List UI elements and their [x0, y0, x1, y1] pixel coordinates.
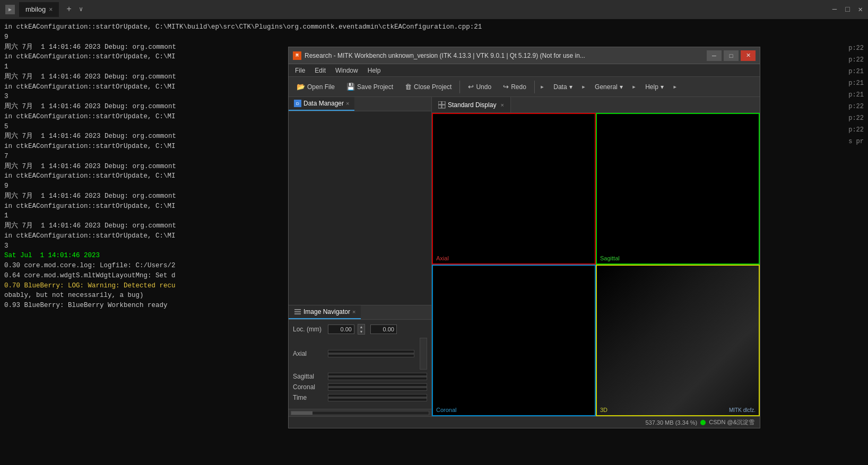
- time-slider[interactable]: [328, 394, 427, 401]
- toolbar-more-2[interactable]: ▸: [579, 82, 588, 91]
- terminal-icon: ▶: [5, 5, 15, 14]
- loc-row: Loc. (mm) ▲ ▼: [293, 324, 427, 335]
- svg-rect-1: [294, 311, 301, 312]
- loc-spin-btn[interactable]: ▲ ▼: [358, 324, 365, 335]
- save-project-btn[interactable]: 💾 Save Project: [342, 80, 398, 94]
- image-navigator-tab-bar: Image Navigator ×: [289, 305, 431, 320]
- axial-slider[interactable]: [328, 350, 414, 357]
- mitk-titlebar: M Research - MITK Workbench unknown_vers…: [289, 47, 760, 64]
- coronal-row: Coronal: [293, 383, 427, 391]
- terminal-tab[interactable]: mbilog ×: [19, 2, 59, 17]
- terminal-minimize-btn[interactable]: ─: [832, 4, 837, 15]
- toolbar-more-3[interactable]: ▸: [630, 82, 638, 91]
- toolbar-separator: [459, 81, 460, 93]
- loc-input-1[interactable]: [328, 324, 354, 334]
- trash-icon: 🗑: [405, 83, 412, 91]
- coronal-view-label: Coronal: [436, 407, 457, 413]
- menu-window[interactable]: Window: [331, 64, 362, 77]
- h-scroll-thumb[interactable]: [291, 411, 313, 415]
- axial-row: Axial: [293, 338, 427, 370]
- right-label: p:22: [844, 42, 868, 54]
- save-icon: 💾: [346, 83, 355, 91]
- axial-view[interactable]: Axial: [432, 113, 596, 265]
- tab-image-navigator[interactable]: Image Navigator ×: [289, 305, 361, 319]
- terminal-dropdown-btn[interactable]: ∨: [79, 5, 83, 14]
- image-navigator-close-btn[interactable]: ×: [352, 309, 355, 315]
- right-label: s pr: [844, 136, 868, 147]
- toolbar-more-1[interactable]: ▸: [538, 82, 546, 91]
- terminal-line: in ctkEAConfiguration::startOrUpdate, C:…: [4, 22, 864, 32]
- mitk-minimize-btn[interactable]: ─: [707, 50, 722, 61]
- undo-btn[interactable]: ↩ Undo: [463, 80, 496, 94]
- h-scroll-track: [291, 411, 429, 415]
- image-navigator-content: Loc. (mm) ▲ ▼ Axial: [289, 320, 431, 409]
- coronal-view[interactable]: Coronal: [432, 265, 596, 416]
- mitk-win-controls: ─ □ ✕: [707, 50, 756, 61]
- terminal-close-btn[interactable]: ✕: [858, 4, 863, 15]
- close-project-btn[interactable]: 🗑 Close Project: [400, 80, 456, 94]
- right-label: p:21: [844, 89, 868, 101]
- mitk-body: D Data Manager × Image Navigator: [289, 97, 760, 416]
- tab-standard-display[interactable]: Standard Display ×: [432, 97, 511, 112]
- coronal-slider[interactable]: [328, 383, 427, 391]
- menu-help[interactable]: Help: [363, 64, 385, 77]
- threed-watermark: MITK dlcfz.: [729, 407, 756, 413]
- chevron-down-icon-2: ▾: [620, 83, 623, 91]
- axial-label: Axial: [293, 350, 325, 357]
- data-manager-close-btn[interactable]: ×: [346, 100, 349, 107]
- open-file-btn[interactable]: 📂 Open File: [292, 80, 340, 94]
- sagittal-view-label: Sagittal: [600, 255, 620, 261]
- threed-view[interactable]: 3D MITK dlcfz.: [596, 265, 760, 416]
- sagittal-row: Sagittal: [293, 373, 427, 380]
- threed-gradient: [597, 266, 759, 415]
- svg-rect-4: [442, 101, 445, 104]
- terminal-tab-close-btn[interactable]: ×: [49, 5, 53, 14]
- help-btn[interactable]: Help ▾: [640, 80, 669, 94]
- redo-btn[interactable]: ↪ Redo: [498, 80, 531, 94]
- mitk-right-panel: Standard Display × Axial Sagittal Corona…: [432, 97, 760, 416]
- svg-rect-5: [438, 105, 441, 108]
- data-manager-icon: D: [294, 100, 301, 107]
- general-btn[interactable]: General ▾: [590, 80, 628, 94]
- mitk-left-panel: D Data Manager × Image Navigator: [289, 97, 432, 416]
- loc-label: Loc. (mm): [293, 326, 325, 333]
- spin-down-icon[interactable]: ▼: [358, 329, 364, 334]
- undo-icon: ↩: [468, 83, 474, 91]
- toolbar-more-4[interactable]: ▸: [671, 82, 679, 91]
- user-label: CSDN @&沉淀雪: [709, 418, 754, 426]
- sagittal-slider-track: [328, 375, 427, 378]
- data-manager-content: [289, 111, 431, 305]
- coronal-slider-track: [328, 386, 427, 388]
- svg-rect-3: [438, 101, 441, 104]
- redo-icon: ↪: [503, 83, 509, 91]
- memory-usage: 537.30 MB (3.34 %): [645, 419, 697, 426]
- tab-data-manager[interactable]: D Data Manager ×: [289, 97, 354, 111]
- menu-file[interactable]: File: [291, 64, 309, 77]
- standard-display-close-btn[interactable]: ×: [500, 102, 504, 108]
- sagittal-slider[interactable]: [328, 373, 427, 380]
- sagittal-view[interactable]: Sagittal: [596, 113, 760, 265]
- terminal-maximize-btn[interactable]: □: [845, 4, 849, 15]
- sagittal-label: Sagittal: [293, 373, 325, 380]
- coronal-label: Coronal: [293, 383, 325, 391]
- svg-rect-2: [294, 313, 301, 314]
- svg-rect-6: [442, 105, 445, 108]
- menu-edit[interactable]: Edit: [310, 64, 330, 77]
- display-tab-bar: Standard Display ×: [432, 97, 760, 113]
- data-btn[interactable]: Data ▾: [549, 80, 577, 94]
- display-grid: Axial Sagittal Coronal 3D MITK dlcfz.: [432, 113, 760, 416]
- mitk-window: M Research - MITK Workbench unknown_vers…: [288, 47, 760, 428]
- image-navigator-panel: Image Navigator × Loc. (mm) ▲ ▼: [289, 305, 431, 416]
- axial-scrollbar[interactable]: [420, 338, 427, 370]
- svg-rect-0: [294, 309, 301, 310]
- mitk-title-icon: M: [293, 51, 301, 60]
- loc-input-2[interactable]: [370, 324, 397, 334]
- toolbar-separator: [534, 81, 535, 93]
- right-label: p:21: [844, 66, 868, 77]
- nav-horizontal-scrollbar[interactable]: [289, 409, 431, 416]
- mitk-maximize-btn[interactable]: □: [724, 50, 739, 61]
- right-label: p:22: [844, 54, 868, 66]
- mitk-close-btn[interactable]: ✕: [741, 50, 756, 61]
- spin-up-icon[interactable]: ▲: [358, 324, 364, 329]
- terminal-new-tab-btn[interactable]: +: [63, 3, 75, 16]
